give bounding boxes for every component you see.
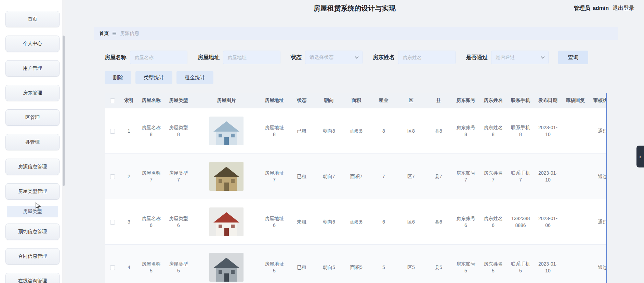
cell-name: 房屋名称5 (137, 244, 165, 283)
cell-county: 县6 (425, 199, 452, 244)
sidebar: 首页个人中心用户管理房东管理区管理县管理房源信息管理房屋类型管理房屋类型预约信息… (0, 0, 65, 283)
row-select-cell (105, 153, 120, 199)
column-header: 房屋名称 (137, 93, 165, 108)
row-select-cell (105, 244, 120, 283)
row-select-cell (105, 108, 120, 153)
cell-phone: 联系手机7 (507, 153, 534, 199)
house-name-input[interactable] (130, 51, 187, 64)
cell-account: 房东账号8 (452, 108, 479, 153)
cell-county: 县7 (425, 153, 452, 199)
user-info: 管理员 admin 退出登录 (574, 0, 634, 16)
cell-account: 房东账号5 (452, 244, 479, 283)
cell-rent: 5 (370, 244, 397, 283)
column-header: 索引 (120, 93, 137, 108)
cell-orientation: 朝向5 (315, 244, 343, 283)
landlord-name-input[interactable] (398, 51, 456, 64)
cell-audit: 通过 (589, 108, 607, 153)
select-all-checkbox[interactable] (110, 98, 115, 103)
filter-group-status: 状态 请选择状态 (291, 51, 363, 64)
sidebar-item[interactable]: 区管理 (5, 109, 60, 126)
cell-address: 房屋地址6 (261, 199, 288, 244)
pass-label: 是否通过 (466, 54, 488, 61)
cell-rent: 7 (370, 153, 397, 199)
delete-button[interactable]: 删除 (105, 71, 131, 84)
cell-address: 房屋地址8 (261, 108, 288, 153)
main-area: 房屋租赁系统的设计与实现 管理员 admin 退出登录 首页 房源信息 房屋名称 (65, 0, 644, 283)
sidebar-item[interactable]: 预约信息管理 (5, 224, 60, 240)
cell-landlord: 房东姓名5 (479, 244, 507, 283)
house-address-input[interactable] (223, 51, 280, 64)
topbar: 房屋租赁系统的设计与实现 管理员 admin 退出登录 (65, 0, 644, 16)
sidebar-item[interactable]: 个人中心 (5, 36, 60, 52)
username: admin (593, 5, 609, 11)
column-header: 状态 (288, 93, 315, 108)
cell-status: 未租 (288, 199, 315, 244)
sidebar-subitem-active[interactable]: 房屋类型 (7, 206, 58, 217)
type-stats-button[interactable]: 类型统计 (135, 71, 172, 84)
row-checkbox[interactable] (110, 174, 115, 179)
row-checkbox[interactable] (110, 265, 115, 270)
cell-account: 房东账号7 (452, 153, 479, 199)
cell-type: 房屋类型7 (165, 153, 192, 199)
house-image-cell (192, 108, 261, 153)
cell-area: 面积5 (343, 244, 370, 283)
column-header: 房东账号 (452, 93, 479, 108)
column-header: 县 (425, 93, 452, 108)
chevron-left-icon: ‹ (639, 153, 641, 160)
row-checkbox[interactable] (110, 129, 115, 134)
sidebar-item[interactable]: 合同信息管理 (5, 248, 60, 265)
sidebar-nav: 首页个人中心用户管理房东管理区管理县管理房源信息管理房屋类型管理房屋类型预约信息… (0, 0, 65, 283)
cell-audit: 通过 (589, 199, 607, 244)
house-image (209, 207, 244, 236)
cell-reply (562, 108, 589, 153)
cell-type: 房屋类型5 (165, 244, 192, 283)
chevron-down-icon (355, 55, 358, 58)
cell-date: 2023-01-06 (534, 199, 562, 244)
cell-phone: 13823888886 (507, 199, 534, 244)
cell-landlord: 房东姓名6 (479, 199, 507, 244)
chevron-down-icon (541, 55, 544, 58)
search-button[interactable]: 查询 (558, 51, 588, 64)
column-header: 房东姓名 (479, 93, 507, 108)
sidebar-item[interactable]: 房屋类型管理 (5, 183, 60, 200)
sidebar-item[interactable]: 县管理 (5, 134, 60, 150)
sidebar-scrollbar[interactable] (62, 0, 65, 283)
logout-link[interactable]: 退出登录 (613, 5, 634, 12)
breadcrumb-current: 房源信息 (120, 30, 139, 37)
cell-reply (562, 153, 589, 199)
sidebar-item[interactable]: 用户管理 (5, 60, 60, 77)
pass-select[interactable]: 是否通过 (491, 51, 549, 64)
status-select[interactable]: 请选择状态 (305, 51, 363, 64)
breadcrumb-home[interactable]: 首页 (99, 30, 109, 37)
sidebar-item[interactable]: 房源信息管理 (5, 159, 60, 175)
sidebar-item[interactable]: 在线咨询管理 (5, 273, 60, 283)
row-select-cell (105, 199, 120, 244)
cell-account: 房东账号6 (452, 199, 479, 244)
table-row: 3房屋名称6房屋类型6房屋地址6未租朝向6面积66区6县6房东账号6房东姓名61… (105, 199, 607, 244)
cell-audit: 通过 (589, 244, 607, 283)
sidebar-scrollbar-thumb[interactable] (63, 36, 65, 186)
column-header: 房屋地址 (261, 93, 288, 108)
cell-address: 房屋地址7 (261, 153, 288, 199)
table-container: 索引房屋名称房屋类型房屋图片房屋地址状态朝向面积租金区县房东账号房东姓名联系手机… (105, 93, 607, 283)
filter-group-house-address: 房屋地址 (198, 51, 280, 64)
rent-stats-button[interactable]: 租金统计 (176, 71, 213, 84)
cell-area: 面积6 (343, 199, 370, 244)
cell-county: 县5 (425, 244, 452, 283)
page-title: 房屋租赁系统的设计与实现 (314, 4, 396, 13)
sidebar-item[interactable]: 首页 (5, 11, 60, 27)
cell-orientation: 朝向6 (315, 199, 343, 244)
row-checkbox[interactable] (110, 220, 115, 225)
cell-orientation: 朝向8 (315, 108, 343, 153)
cell-district: 区6 (397, 199, 425, 244)
status-select-value: 请选择状态 (310, 54, 333, 60)
column-header: 区 (397, 93, 425, 108)
house-image-cell (192, 199, 261, 244)
cell-index: 3 (120, 199, 137, 244)
cell-address: 房屋地址5 (261, 244, 288, 283)
panel-collapse-handle[interactable]: ‹ (636, 146, 644, 167)
cell-district: 区5 (397, 244, 425, 283)
sidebar-item[interactable]: 房东管理 (5, 85, 60, 101)
cell-status: 已租 (288, 244, 315, 283)
cell-status: 已租 (288, 153, 315, 199)
